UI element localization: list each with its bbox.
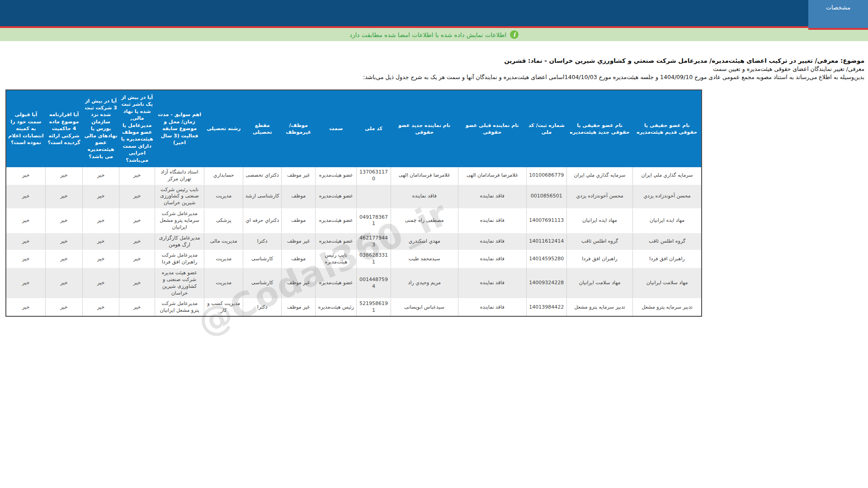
col-new-member: نام عضو حقیقی یا حقوقی جدید هیئت‌مدیره [566, 90, 632, 167]
table-cell: فاقد نماینده [458, 299, 526, 316]
col-new-rep: نام نماینده جدید عضو حقوقی [391, 90, 458, 167]
col-executive-status: موظف/ غیرموظف [281, 90, 315, 167]
table-cell: دکترا [243, 233, 282, 250]
table-cell: سرمایه گذاري ملي ایران [633, 167, 702, 184]
table-cell: غیر موظف [281, 268, 315, 299]
table-cell: موظف [281, 184, 315, 209]
document-header: موضوع: معرفی/ تغییر در ترکیب اعضای هیئت‌… [4, 57, 864, 80]
table-cell: 14009324228 [526, 268, 566, 299]
table-cell: مریم وحیدي راد [391, 268, 458, 299]
col-work-history: اهم سوابق - مدت زمان/ محل و موضوع سابقه … [155, 90, 204, 167]
tab-specifications-label: مشخصات [826, 4, 850, 11]
table-row: محسن آخوندزاده یزديمحسن آخوندزاده یزدي00… [6, 184, 702, 209]
col-position: سمت [316, 90, 357, 167]
col-declaration: آیا اقرارنامه موضوع ماده 4 حاکمیت شرکتی … [46, 90, 83, 167]
table-cell: خیر [6, 268, 46, 299]
table-cell: تدبیر سرمایه پترو مشعل [633, 299, 702, 316]
table-cell: غیر موظف [281, 167, 315, 184]
table-cell: خیر [82, 250, 119, 268]
table-cell: مدیریت مالی [204, 233, 243, 250]
table-cell: دکتراي تخصصی [243, 167, 282, 184]
page-subtitle: معرفی/ تغییر نمایندگان اعضای حقوقی هیئت‌… [4, 66, 864, 72]
col-registration-id: شماره ثبت/ کد ملی [526, 90, 566, 167]
top-navigation-bar [0, 0, 868, 26]
table-cell: خیر [46, 184, 83, 209]
table-cell: موظف [281, 250, 315, 268]
table-cell: مدیریت [204, 250, 243, 268]
table-cell: خیر [46, 250, 83, 268]
table-cell: کارشناسی [243, 268, 282, 299]
table-cell: 4621779443 [357, 233, 391, 250]
table-cell: 0386283311 [357, 250, 391, 268]
table-cell: فاقد نماینده [458, 250, 526, 268]
table-cell: مدیرعامل کارگزاری ارگ هومن [155, 233, 204, 250]
table-cell: غلامرضا فرسادامان الهی [391, 167, 458, 184]
table-cell: کارشناسی ارشد [243, 184, 282, 209]
col-previous-rep: نام نماینده قبلی عضو حقوقی [458, 90, 526, 167]
table-cell: مصطفی راه چمنی [391, 209, 458, 233]
col-national-id: کد ملی [357, 90, 391, 167]
table-cell: سرمایه گذاري ملي ایران [566, 167, 632, 184]
table-cell: مهاد ایده ایرانیان [633, 209, 702, 233]
table-cell: محسن آخوندزاده یزدي [566, 184, 632, 209]
table-cell: عضو هیئت‌مدیره [316, 184, 357, 209]
col-old-member: نام عضو حقیقی یا حقوقی قدیم هیئت‌مدیره [633, 90, 702, 167]
table-cell: مهدي اسکندري [391, 233, 458, 250]
signature-match-text: اطلاعات نمایش داده شده با اطلاعات امضا ش… [349, 31, 506, 38]
table-cell: مدیریت [204, 184, 243, 209]
table-cell: فاقد نماینده [458, 268, 526, 299]
table-cell: خیر [6, 209, 46, 233]
table-cell: خیر [119, 268, 155, 299]
table-cell [357, 184, 391, 209]
table-cell: خیر [119, 250, 155, 268]
table-cell: خیر [6, 299, 46, 316]
table-cell: گروه اطلس ثاقب [633, 233, 702, 250]
table-cell: خیر [6, 233, 46, 250]
table-cell: غیر موظف [281, 233, 315, 250]
table-cell: مدیرعامل شرکت پترو مشعل ایرانیان [155, 299, 204, 316]
table-cell: تدبیر سرمایه پترو مشعل [566, 299, 632, 316]
table-cell: خیر [119, 167, 155, 184]
table-cell: مدیرعامل شرکت سرمایه پترو مشعل ایرانیان [155, 209, 204, 233]
table-cell: خیر [82, 184, 119, 209]
table-cell: 14007691113 [526, 209, 566, 233]
table-cell: عضو هیئت‌مدیره [316, 209, 357, 233]
page-description: بدین‌وسیله به اطلاع می‌رساند به استناد م… [4, 74, 864, 80]
col-multi-issuer-role: آیا در بیش از یک ناشر ثبت شده یا نهاد ما… [119, 90, 155, 167]
table-cell: مدیریت کسب و کار [204, 299, 243, 316]
table-cell: گروه اطلس ثاقب [566, 233, 632, 250]
table-cell: راهبران افق فردا [566, 250, 632, 268]
table-cell: فاقد نماینده [458, 209, 526, 233]
table-cell: خیر [6, 184, 46, 209]
table-cell: راهبران افق فردا [633, 250, 702, 268]
page-title: موضوع: معرفی/ تغییر در ترکیب اعضای هیئت‌… [4, 57, 864, 64]
signature-match-banner: i اطلاعات نمایش داده شده با اطلاعات امضا… [0, 28, 868, 41]
table-cell: فاقد نماینده [391, 184, 458, 209]
table-cell: مدیرعامل شرکت راهبران افق فردا [155, 250, 204, 268]
table-row: گروه اطلس ثاقبگروه اطلس ثاقب14011612414ف… [6, 233, 702, 250]
table-row: سرمایه گذاري ملي ایرانسرمایه گذاري ملي ا… [6, 167, 702, 184]
table-cell: عضو هیئت مدیره شرکت صنعتی و کشاورزی شیری… [155, 268, 204, 299]
col-acceptance: آیا قبولی سمت خود را به کمیته انتصابات ا… [6, 90, 46, 167]
table-cell: خیر [46, 299, 83, 316]
table-row: راهبران افق فرداراهبران افق فردا14014595… [6, 250, 702, 268]
table-header-row: نام عضو حقیقی یا حقوقی قدیم هیئت‌مدیره ن… [6, 90, 702, 167]
table-cell: خیر [82, 268, 119, 299]
table-cell: خیر [119, 233, 155, 250]
table-cell: سیدمحمد طیب [391, 250, 458, 268]
table-cell: کارشناسی [243, 250, 282, 268]
tab-specifications[interactable]: مشخصات [808, 0, 868, 28]
table-cell: 10100686779 [526, 167, 566, 184]
table-cell: رئیس هیئت‌مدیره [316, 299, 357, 316]
table-cell: خیر [6, 167, 46, 184]
table-cell: فاقد نماینده [458, 184, 526, 209]
board-members-table: نام عضو حقیقی یا حقوقی قدیم هیئت‌مدیره ن… [5, 89, 702, 317]
table-row: مهاد سلامت ایرانیانمهاد سلامت ایرانیان14… [6, 268, 702, 299]
table-cell: حسابداري [204, 167, 243, 184]
table-cell: سیدعباس ابویسانی [391, 299, 458, 316]
table-cell: خیر [82, 299, 119, 316]
table-cell: 1370631170 [357, 167, 391, 184]
table-cell: دکترا [243, 299, 282, 316]
table-cell: خیر [46, 209, 83, 233]
col-degree-level: مقطع تحصیلی [243, 90, 282, 167]
